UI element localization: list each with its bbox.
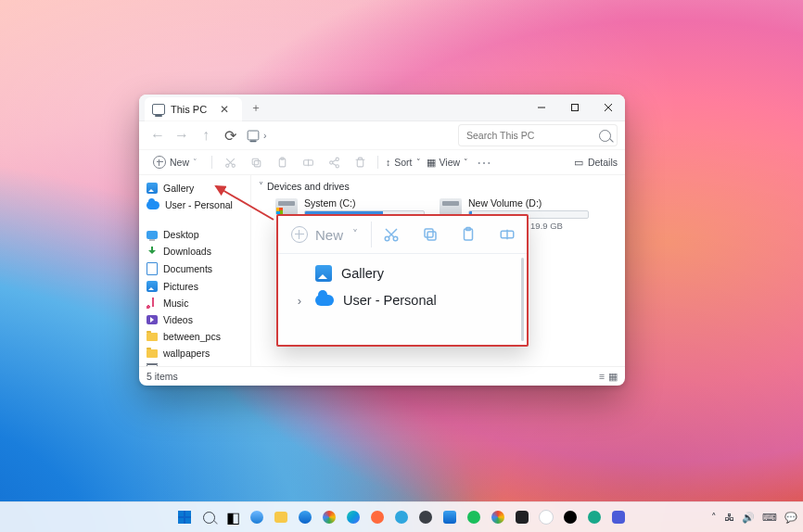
popup-new-button[interactable]: New ˅ — [278, 216, 371, 253]
popup-cut-button[interactable] — [372, 226, 411, 243]
input-icon[interactable]: ⌨ — [762, 512, 777, 524]
taskbar-app[interactable] — [248, 508, 266, 526]
volume-icon[interactable]: 🔊 — [742, 512, 755, 524]
sort-button[interactable]: ↕ Sort ˅ — [386, 157, 421, 168]
nav-row: ← → ↑ ⟳ › — [139, 121, 625, 150]
popup-rename-button[interactable] — [488, 226, 527, 243]
chevron-right-icon[interactable]: › — [293, 294, 306, 308]
gallery-icon — [315, 265, 332, 282]
more-button[interactable]: ⋯ — [474, 152, 494, 172]
share-button[interactable] — [324, 152, 344, 172]
taskbar-app[interactable] — [368, 508, 387, 526]
folder-icon — [147, 349, 158, 358]
details-view-toggle[interactable]: ≡ — [599, 371, 605, 382]
taskbar-app[interactable] — [465, 508, 483, 526]
copy-button[interactable] — [246, 152, 266, 172]
taskbar-app[interactable] — [392, 508, 411, 526]
forward-button[interactable]: → — [171, 124, 193, 146]
system-tray[interactable]: ˄ 🖧 🔊 ⌨ 💬 — [711, 512, 797, 524]
network-icon[interactable]: 🖧 — [724, 512, 734, 523]
drive-name: System (C:) — [304, 197, 425, 209]
maximize-button[interactable] — [558, 95, 592, 120]
taskbar-app[interactable] — [609, 508, 628, 526]
new-tab-button[interactable]: ＋ — [248, 99, 264, 116]
sidebar-item-videos[interactable]: Videos — [145, 312, 245, 327]
sidebar-item-onedrive[interactable]: User - Personal — [145, 197, 245, 212]
music-icon — [147, 298, 158, 309]
popup-copy-button[interactable] — [411, 226, 450, 243]
rename-button[interactable] — [298, 152, 318, 172]
taskbar-app[interactable] — [585, 508, 604, 526]
new-button[interactable]: New ˅ — [147, 154, 204, 171]
recycle-bin-icon — [147, 364, 158, 366]
svg-rect-19 — [357, 159, 363, 167]
refresh-button[interactable]: ⟳ — [219, 124, 241, 146]
minimize-button[interactable] — [525, 95, 558, 120]
popup-toolbar: New ˅ — [278, 216, 527, 253]
sidebar-item-gallery[interactable]: Gallery — [145, 181, 245, 196]
cut-button[interactable] — [220, 152, 240, 172]
close-tab-button[interactable]: ✕ — [216, 101, 233, 118]
downloads-icon — [147, 246, 158, 257]
folder-icon — [147, 333, 158, 341]
sidebar-item-downloads[interactable]: Downloads — [145, 244, 245, 259]
annotation-zoom-inset: New ˅ Gallery › User - Personal — [276, 214, 529, 347]
sidebar-item-folder-between-pcs[interactable]: between_pcs — [145, 329, 245, 344]
drive-icon — [440, 198, 462, 215]
chevron-down-icon: ˅ — [259, 180, 263, 192]
taskbar-app[interactable] — [561, 508, 580, 526]
this-pc-icon — [152, 104, 165, 115]
taskbar-app[interactable] — [537, 508, 555, 526]
taskbar-app[interactable] — [416, 508, 435, 526]
up-button[interactable]: ↑ — [195, 124, 217, 146]
search-button[interactable] — [199, 508, 218, 526]
titlebar: This PC ✕ ＋ — [139, 95, 625, 121]
tab-this-pc[interactable]: This PC ✕ — [145, 97, 242, 121]
system-drive-icon — [275, 198, 298, 215]
new-label: New — [170, 157, 189, 168]
taskbar: ◧ ˄ 🖧 🔊 ⌨ 💬 — [0, 501, 803, 532]
svg-point-14 — [336, 158, 338, 160]
breadcrumb[interactable]: › — [247, 130, 267, 141]
onedrive-icon — [147, 201, 159, 209]
sidebar-item-desktop[interactable]: Desktop — [145, 227, 245, 242]
tray-overflow[interactable]: ˄ — [711, 512, 717, 524]
sidebar-item-folder-wallpapers[interactable]: wallpapers — [145, 346, 245, 361]
taskbar-app[interactable] — [272, 508, 290, 526]
taskbar-app[interactable] — [513, 508, 531, 526]
onedrive-icon — [315, 295, 334, 306]
search-icon — [599, 130, 611, 142]
status-bar: 5 items ≡ ▦ — [139, 366, 625, 386]
taskbar-app[interactable] — [320, 508, 338, 526]
plus-icon — [291, 226, 308, 243]
popup-item-onedrive[interactable]: › User - Personal — [278, 287, 527, 313]
popup-scrollbar[interactable] — [521, 258, 525, 341]
sidebar-item-documents[interactable]: Documents — [145, 260, 245, 277]
group-header-devices[interactable]: ˅ Devices and drives — [251, 179, 625, 194]
svg-point-16 — [336, 164, 338, 167]
taskbar-app[interactable] — [489, 508, 507, 526]
start-button[interactable] — [175, 508, 194, 526]
taskbar-app[interactable] — [344, 508, 363, 526]
svg-point-15 — [329, 160, 332, 163]
taskbar-app[interactable] — [296, 508, 314, 526]
back-button[interactable]: ← — [147, 124, 169, 146]
search-field[interactable] — [458, 124, 618, 146]
popup-nav-list: Gallery › User - Personal — [278, 253, 527, 345]
popup-paste-button[interactable] — [450, 226, 489, 243]
sidebar-item-music[interactable]: Music — [145, 296, 245, 310]
taskbar-app[interactable] — [440, 508, 459, 526]
view-button[interactable]: ▦ View ˅ — [427, 157, 469, 168]
sidebar-item-pictures[interactable]: Pictures — [145, 279, 245, 294]
details-pane-button[interactable]: ▭ Details — [574, 157, 618, 168]
popup-item-gallery[interactable]: Gallery — [278, 260, 527, 287]
plus-icon — [153, 156, 166, 169]
svg-line-18 — [332, 163, 336, 165]
tiles-view-toggle[interactable]: ▦ — [608, 371, 618, 382]
notifications-icon[interactable]: 💬 — [784, 512, 797, 524]
delete-button[interactable] — [350, 152, 370, 172]
task-view-button[interactable]: ◧ — [223, 508, 242, 526]
paste-button[interactable] — [272, 152, 292, 172]
close-window-button[interactable] — [592, 95, 625, 120]
search-input[interactable] — [465, 129, 593, 142]
